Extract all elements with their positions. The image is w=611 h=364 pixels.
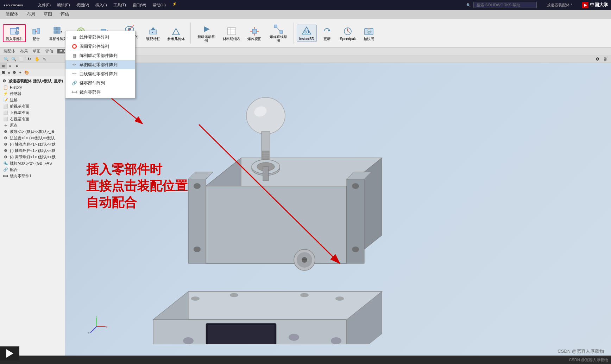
explode-button[interactable]: 爆炸视图 — [245, 24, 264, 42]
rotate-view-icon[interactable]: ↻ — [26, 56, 32, 62]
dropdown-chain-array[interactable]: 🔗 链零部件阵列 — [65, 78, 135, 88]
dropdown-pattern-array[interactable]: ▦ 阵列驱动零部件阵列 — [65, 51, 135, 60]
view-mode-icon[interactable]: 🖥 — [602, 56, 608, 62]
zoom-in-icon[interactable]: 🔍 — [3, 56, 9, 62]
speedpak-button[interactable]: Speedpak — [337, 24, 359, 42]
tab-assembly[interactable]: 装配体 — [1, 10, 23, 18]
select-icon[interactable]: ↖ — [42, 56, 48, 62]
materials-label: 材料明细表 — [223, 37, 240, 41]
tree-item[interactable]: ⚙(-) 调节螺钉<1> (默认<<默 — [0, 154, 65, 160]
filter-icon[interactable]: ⊞ — [1, 70, 6, 75]
tree-item[interactable]: ⟺镜向零部件1 — [0, 173, 65, 179]
svg-point-61 — [289, 334, 299, 341]
tab-layout[interactable]: 布局 — [23, 10, 39, 18]
tree-item[interactable]: ✛原点 — [0, 122, 65, 128]
annotation-line3: 自动配合 — [86, 194, 188, 211]
tab-sketch[interactable]: 草图 — [39, 10, 56, 18]
tree-item[interactable]: ⬜上视基准面 — [0, 109, 65, 116]
menu-view[interactable]: 视图(V) — [74, 2, 92, 8]
chain-array-icon: 🔗 — [71, 80, 77, 86]
menu-insert[interactable]: 插入(I) — [93, 2, 109, 8]
part-array-dropdown: ▦ 线性零部件阵列 ⭕ 圆周零部件阵列 ▦ 阵列驱动零部件阵列 ✏ 草图驱动零部… — [65, 31, 136, 98]
list-icon[interactable]: ≡ — [7, 70, 11, 75]
tab-evaluate[interactable]: 评估 — [56, 10, 73, 18]
svg-point-76 — [352, 247, 359, 252]
menu-help[interactable]: 帮助(H) — [150, 2, 169, 8]
svg-marker-28 — [204, 26, 210, 32]
tree-item[interactable]: ⬜右视基准面 — [0, 116, 65, 122]
menu-tools[interactable]: 工具(T) — [111, 2, 129, 8]
menu-edit[interactable]: 编辑(E) — [54, 2, 73, 8]
svg-marker-67 — [206, 186, 347, 263]
feature-tree-tab[interactable]: ⊞ — [0, 63, 7, 69]
insert-part-button[interactable]: + 插入零部件 — [3, 24, 26, 42]
assembly-features-button[interactable]: ▾ 装配特征 — [143, 24, 163, 42]
svg-rect-22 — [150, 30, 157, 34]
ref-geometry-label: 参考几何体 — [167, 37, 185, 41]
3d-model — [100, 81, 417, 344]
new-motion-button[interactable]: 新建运动算例 — [194, 22, 219, 44]
toolbar2-assembly[interactable]: 装配体 — [1, 48, 17, 54]
tree-item[interactable]: 🔩螺钉M3X6<2> (GB_FAS — [0, 160, 65, 166]
tree-item[interactable]: ⚙(-) 轴流外腔<1> (默认<<默 — [0, 147, 65, 154]
config-icon[interactable]: ⚙ — [12, 70, 17, 75]
tree-item-icon: ⚙ — [3, 148, 8, 153]
ref-geometry-button[interactable]: 参考几何体 — [164, 24, 188, 42]
update-icon — [321, 26, 333, 37]
tree-item[interactable]: ⚙法兰盘<1> (<<默认<<默认 — [0, 135, 65, 141]
property-tab[interactable]: ≡ — [7, 63, 13, 69]
menu-file[interactable]: 文件(F) — [35, 2, 53, 8]
update-button[interactable]: 更新 — [318, 24, 336, 42]
tree-item[interactable]: ⬜前视基准面 — [0, 103, 65, 109]
view-options-icon[interactable]: ⚙ — [594, 56, 600, 62]
svg-point-71 — [194, 183, 201, 189]
svg-text:▾: ▾ — [61, 30, 62, 33]
color-icon[interactable]: 🎨 — [23, 70, 30, 75]
tree-items: 📋History⚡传感器📝注解⬜前视基准面⬜上视基准面⬜右视基准面✛原点⚙波导<… — [0, 84, 65, 179]
tree-item[interactable]: 📋History — [0, 84, 65, 90]
menu-window[interactable]: 窗口(W) — [130, 2, 149, 8]
3d-viewport[interactable]: 插入零部件时 直接点击装配位置 自动配合 X — [65, 63, 611, 364]
tree-root[interactable]: ⚙ 减速器装配体 (默认<默认_显示) — [0, 78, 65, 84]
tree-item-label: 波导<1> (默认<<默认>_显 — [10, 129, 55, 134]
dropdown-linear-array[interactable]: ▦ 线性零部件阵列 — [65, 33, 135, 42]
svg-rect-33 — [252, 29, 257, 33]
csdn-watermark: CSDN @宽容人厚载物 — [558, 348, 604, 355]
play-button[interactable] — [0, 346, 19, 360]
tree-item[interactable]: ⚙波导<1> (默认<<默认>_显 — [0, 128, 65, 135]
tree-item[interactable]: 📝注解 — [0, 97, 65, 103]
explode-label: 爆炸视图 — [247, 37, 262, 41]
zoom-fit-icon[interactable]: ⬜ — [18, 56, 25, 62]
instant3d-button[interactable]: 3D Instant3D — [297, 25, 317, 42]
svg-line-27 — [176, 28, 179, 35]
toolbar2-sketch[interactable]: 草图 — [31, 48, 43, 54]
svg-point-62 — [331, 337, 341, 344]
status-bar: CSDN @宽容人厚载物 — [0, 356, 611, 364]
dropdown-mirror-part[interactable]: ⟺ 镜向零部件 — [65, 88, 135, 97]
mate-button[interactable]: 配合 — [27, 24, 45, 42]
toolbar2-layout[interactable]: 布局 — [18, 48, 30, 54]
search-input[interactable] — [473, 2, 537, 8]
snapshot-button[interactable]: 拍快照 — [360, 24, 378, 42]
window-title: 减速器装配体 * — [547, 2, 572, 8]
dropdown-circular-array[interactable]: ⭕ 圆周零部件阵列 — [65, 42, 135, 51]
tree-item-label: (-) 轴流外腔<1> (默认<<默 — [10, 148, 56, 153]
tree-item-label: 原点 — [10, 123, 18, 128]
tree-item-icon: ⚙ — [3, 129, 8, 134]
explode-line-button[interactable]: 爆炸直线草图 — [266, 22, 291, 44]
tree-item[interactable]: ⚡传感器 — [0, 90, 65, 97]
curve-array-icon: 〰 — [71, 71, 77, 77]
dropdown-curve-array[interactable]: 〰 曲线驱动零部件阵列 — [65, 69, 135, 78]
tree-item-label: 螺钉M3X6<2> (GB_FAS — [10, 161, 52, 166]
dropdown-sketch-array[interactable]: ✏ 草图驱动零部件阵列 — [65, 60, 135, 69]
toolbar2-evaluate[interactable]: 评估 — [43, 48, 55, 54]
materials-button[interactable]: 材料明细表 — [220, 24, 243, 42]
config-tab[interactable]: ⚙ — [13, 63, 21, 69]
plus-icon[interactable]: + — [18, 70, 22, 75]
tree-item-icon: 📝 — [3, 97, 8, 103]
tree-item[interactable]: ⚙(-) 轴流内腔<1> (默认<<默 — [0, 141, 65, 147]
zoom-out-icon[interactable]: 🔍 — [11, 56, 17, 62]
tree-item[interactable]: 🔗配合 — [0, 166, 65, 173]
svg-rect-11 — [57, 27, 60, 30]
pan-icon[interactable]: ✋ — [34, 56, 40, 62]
